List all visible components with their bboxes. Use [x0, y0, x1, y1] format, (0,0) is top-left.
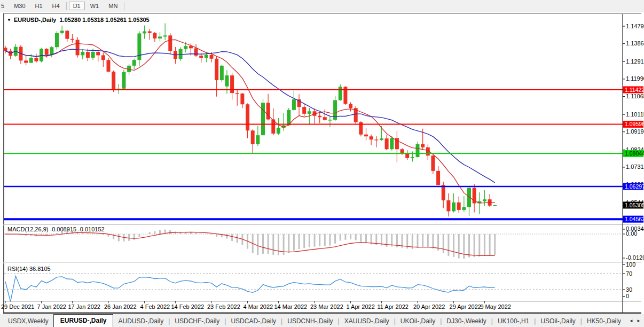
timeframe-w1[interactable]: W1	[86, 2, 104, 10]
time-axis-label: 20 Apr 2022	[413, 303, 445, 310]
ma-slow-line	[5, 49, 495, 183]
time-axis-label: 11 Apr 2022	[377, 303, 409, 310]
tab-hk50-daily[interactable]: HK50-,Daily	[582, 315, 626, 327]
macd-indicator-label: MACD(12,26,9) -0.008915 -0.010152	[7, 226, 105, 232]
tab-scroll-right-icon[interactable]: ►	[637, 318, 641, 323]
tab-usdx-weekly[interactable]: USDX,Weekly	[3, 315, 53, 327]
timeframe-toolbar: 5M30H1H4D1W1MN	[0, 0, 644, 12]
price-axis-label: 1.07315	[626, 164, 644, 170]
price-badge-label: 1.05305	[625, 202, 644, 208]
candle	[215, 59, 218, 80]
candle	[292, 99, 296, 110]
timeframe-m30[interactable]: M30	[10, 2, 29, 10]
candle	[349, 104, 352, 108]
timeframe-h1[interactable]: H1	[31, 2, 47, 10]
candle	[29, 58, 33, 63]
time-axis-label: 26 Jan 2022	[104, 303, 137, 310]
candle	[246, 104, 249, 130]
price-chart: 1.147901.138651.129151.119901.110651.101…	[0, 0, 644, 327]
candle	[132, 60, 136, 66]
candle	[421, 144, 425, 147]
timeframe-h4[interactable]: H4	[48, 2, 64, 10]
tab-scroll-arrows: ◄ ►	[626, 314, 644, 327]
candle	[50, 47, 53, 54]
candle	[452, 203, 455, 212]
tab-audusd-daily[interactable]: AUDUSD-,Daily	[113, 315, 168, 327]
timeframe-mn[interactable]: MN	[104, 2, 122, 10]
tab-usoil-daily[interactable]: USOil-,Daily	[536, 315, 580, 327]
price-axis-label: 1.13865	[626, 40, 644, 46]
candle	[194, 48, 198, 56]
rsi-axis-label: 100	[626, 261, 635, 268]
time-axis-label: 17 Jan 2022	[68, 303, 100, 310]
time-axis-label: 7 Jan 2022	[37, 303, 66, 310]
price-axis-label: 1.12915	[626, 58, 644, 65]
time-axis-label: 29 Apr 2022	[450, 303, 481, 310]
tab-dj30-weekly[interactable]: DJ30-,Weekly	[442, 315, 491, 327]
time-axis-label: 14 Feb 2022	[171, 303, 204, 310]
candle	[65, 31, 69, 39]
candle	[302, 107, 306, 114]
rsi-axis-label: 70	[626, 270, 632, 277]
candle	[163, 35, 167, 36]
symbol-tabbar: USDX,WeeklyEURUSD-,DailyAUDUSD-,Daily|US…	[0, 314, 644, 327]
mt4-window: { "toolbar": { "items": [ {"label":"5","…	[0, 0, 644, 327]
rsi-axis-label: 0	[626, 293, 629, 299]
chart-symbol-label: EURUSD-,Daily	[14, 17, 56, 23]
time-axis-label: 9 May 2022	[480, 303, 511, 310]
candle	[385, 138, 389, 149]
price-axis-label: 1.10115	[626, 111, 644, 118]
tab-scroll-left-icon[interactable]: ◄	[629, 318, 633, 323]
tab-usdchf-daily[interactable]: USDCHF-,Daily	[170, 315, 224, 327]
candle	[168, 35, 172, 51]
candle	[179, 49, 183, 59]
tab-uk100-h1[interactable]: UK100-,H1	[493, 315, 534, 327]
timeframe-d1[interactable]: D1	[69, 2, 85, 10]
price-axis-label: 1.11990	[626, 75, 644, 82]
candle	[256, 135, 260, 144]
candle	[230, 75, 234, 93]
candle	[55, 33, 59, 47]
tab-usdcnh-daily[interactable]: USDCNH-,Daily	[282, 315, 337, 327]
price-badge-label: 1.09596	[625, 121, 644, 127]
candle	[436, 171, 440, 185]
candle	[122, 72, 125, 89]
candle	[400, 149, 404, 153]
candle	[442, 185, 445, 200]
tab-xauusd-daily[interactable]: XAUUSD-,Daily	[340, 315, 394, 327]
candle	[308, 111, 311, 114]
candle	[4, 48, 7, 51]
tab-eurusd-daily[interactable]: EURUSD-,Daily	[53, 314, 114, 327]
price-axis-label: 1.09190	[626, 128, 644, 135]
price-badge-label: 1.08044	[625, 150, 644, 157]
chart-ohlc-values: 1.05280 1.05318 1.05261 1.05305	[60, 17, 150, 23]
tab-ukoil-daily[interactable]: UKOil-,Daily	[396, 315, 440, 327]
candle	[277, 128, 280, 134]
macd-axis-label: -0.01205	[626, 254, 644, 261]
price-badge-label: 1.04562	[625, 216, 644, 222]
candle	[328, 120, 332, 120]
time-axis-label: 4 Mar 2022	[244, 303, 273, 310]
chevron-down-icon[interactable]: ▼	[7, 18, 11, 22]
tab-usdcad-daily[interactable]: USDCAD-,Daily	[226, 315, 281, 327]
candle	[483, 199, 486, 201]
candle	[199, 56, 203, 58]
candle	[24, 60, 28, 63]
candle	[339, 87, 342, 100]
price-badge-label: 1.11422	[625, 87, 644, 93]
timeframe-5[interactable]: 5	[0, 2, 9, 10]
candle	[153, 33, 156, 38]
time-axis-label: 23 Mar 2022	[310, 303, 343, 310]
toolbar-separator	[66, 2, 67, 10]
candle	[45, 49, 49, 54]
time-axis-label: 29 Dec 2021	[1, 303, 34, 310]
candle	[34, 58, 38, 61]
candle	[416, 144, 420, 157]
candle	[240, 94, 244, 104]
candle	[101, 55, 105, 60]
candle	[91, 52, 95, 58]
candle	[235, 93, 239, 94]
chart-title: ▼EURUSD-,Daily 1.05280 1.05318 1.05261 1…	[7, 17, 150, 23]
candle	[81, 52, 84, 55]
price-axis-label: 1.14790	[626, 23, 644, 29]
